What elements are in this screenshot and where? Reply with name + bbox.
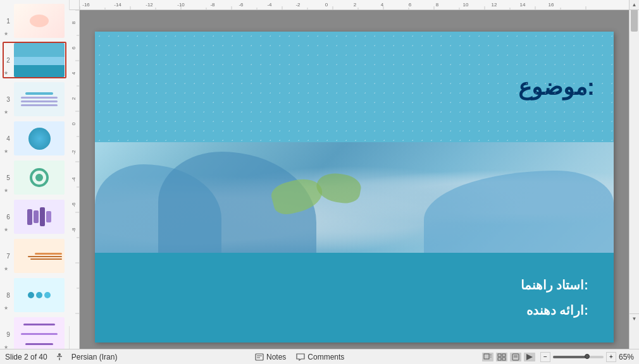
star-icon-3: ★ [4,109,8,115]
slide-thumb-4 [14,121,65,155]
star-icon-2: ★ [4,70,8,76]
svg-rect-70 [502,354,506,356]
zoom-slider[interactable] [553,356,604,358]
ruler-vertical: 8 6 4 2 0 -2 -4 -6 -8 [70,10,80,364]
slide-number-4: 4 [4,135,13,142]
svg-text:10: 10 [463,2,469,8]
slide-sorter-button[interactable] [496,353,507,361]
svg-text:-6: -6 [71,202,77,207]
slide-thumb-7 [14,239,65,273]
svg-text:-14: -14 [114,2,121,8]
svg-rect-71 [498,358,501,360]
slide-subtitle-1: :استاد راهنما [521,277,588,293]
reading-view-button[interactable] [510,353,521,361]
slide-item-5[interactable]: 5 ★ [3,159,66,196]
svg-text:2: 2 [354,2,357,8]
comments-icon [296,353,305,361]
svg-rect-63 [256,354,263,360]
svg-text:2: 2 [71,97,77,100]
slide-item-4[interactable]: 4 ★ [3,120,66,157]
status-left: Slide 2 of 40 Persian (Iran) [5,353,117,361]
svg-text:0: 0 [325,2,328,8]
star-icon-6: ★ [4,227,8,233]
star-icon-5: ★ [4,188,8,193]
slide-panel: 1 ★ 2 ★ 3 ★ [0,0,70,364]
zoom-in-button[interactable]: + [606,352,616,362]
slide-item-8[interactable]: 8 ★ [3,277,66,313]
scrollbar-v-thumb[interactable] [631,6,638,32]
zoom-out-button[interactable]: − [540,352,550,362]
slide-canvas[interactable]: :موضوع :استاد راهنما [95,32,614,343]
slide-image-section [95,142,614,253]
svg-point-62 [58,353,61,356]
notes-button[interactable]: Notes [255,353,286,361]
svg-text:0: 0 [71,122,77,125]
svg-text:16: 16 [549,2,554,8]
notes-icon [255,353,264,361]
svg-text:12: 12 [492,2,497,8]
vertical-scrollbar[interactable]: ▲ ▼ [629,0,639,349]
svg-text:8: 8 [71,21,77,24]
slide-thumb-9 [14,317,65,351]
accessibility-icon-container [55,353,64,361]
slide-number-2: 2 [4,57,13,64]
slide-number-1: 1 [4,18,13,25]
slide-thumb-8 [14,278,65,312]
svg-text:-8: -8 [210,2,215,8]
svg-rect-68 [490,356,492,358]
slide-bottom-section: :استاد راهنما :ارائه دهنده [95,253,614,343]
svg-text:-10: -10 [177,2,185,8]
star-icon-4: ★ [4,149,8,154]
svg-rect-0 [80,0,639,9]
slide-canvas-wrapper: :موضوع :استاد راهنما [80,10,629,364]
star-icon-1: ★ [4,31,8,37]
slide-item-6[interactable]: 6 ★ [3,198,66,235]
svg-text:-2: -2 [71,150,77,155]
slide-item-7[interactable]: 7 ★ [3,238,66,274]
star-icon-7: ★ [4,266,8,272]
slide-item-3[interactable]: 3 ★ [3,81,66,118]
comments-label: Comments [307,353,344,361]
view-mode-icons [482,353,535,361]
accessibility-icon [55,353,64,361]
svg-text:4: 4 [381,2,384,8]
svg-text:-16: -16 [82,2,90,8]
ruler-horizontal: -16 -14 -12 -10 -8 -6 -4 -2 0 2 4 6 8 10 [70,0,639,10]
slide-number-9: 9 [4,331,13,338]
slide-number-5: 5 [4,174,13,181]
zoom-slider-thumb[interactable] [585,354,590,359]
slideshow-button[interactable] [524,353,535,361]
slide-info: Slide 2 of 40 [5,353,47,361]
slide-thumb-5 [14,161,65,195]
status-bar: Slide 2 of 40 Persian (Iran) Notes Comme… [0,349,639,364]
slide-thumb-1 [14,4,65,38]
status-right: − + 65% [482,352,634,362]
scroll-up-arrow[interactable]: ▲ [630,0,639,10]
zoom-slider-fill [553,356,586,358]
slide-item-2[interactable]: 2 ★ [3,42,66,78]
scroll-down-arrow[interactable]: ▼ [630,313,639,324]
svg-rect-72 [502,358,506,360]
star-icon-8: ★ [4,305,8,311]
svg-text:6: 6 [409,2,412,8]
slide-thumb-2 [14,43,65,77]
notes-label: Notes [266,353,286,361]
svg-rect-66 [484,354,489,359]
slide-top-section: :موضوع [95,32,614,142]
svg-text:-4: -4 [267,2,272,8]
slide-number-8: 8 [4,292,13,299]
status-center: Notes Comments [255,353,344,361]
svg-text:8: 8 [436,2,439,8]
svg-rect-67 [490,354,492,356]
svg-text:-8: -8 [71,228,77,233]
normal-view-button[interactable] [482,353,493,361]
comments-button[interactable]: Comments [296,353,344,361]
ruler-corner [70,0,80,10]
svg-rect-69 [498,354,501,356]
slide-item-1[interactable]: 1 ★ [3,3,66,39]
svg-text:6: 6 [71,46,77,49]
svg-text:-12: -12 [146,2,153,8]
svg-text:-2: -2 [295,2,301,8]
slide-item-9[interactable]: 9 ★ [3,316,66,353]
svg-text:-6: -6 [239,2,244,8]
